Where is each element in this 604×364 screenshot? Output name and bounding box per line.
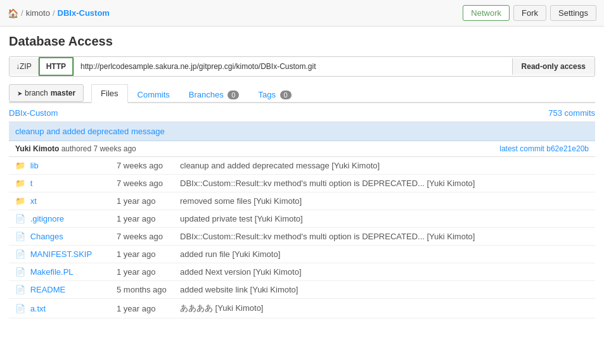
file-icon: 📄: [15, 285, 25, 294]
file-name-link[interactable]: a.txt: [30, 304, 46, 313]
http-button[interactable]: HTTP: [39, 57, 74, 76]
tags-badge: 0: [280, 91, 292, 99]
author-info: Yuki Kimoto authored 7 weeks ago: [15, 144, 136, 153]
file-time: 1 year ago: [110, 210, 174, 228]
tab-files[interactable]: Files: [91, 84, 127, 103]
authored-text: authored: [61, 144, 94, 153]
breadcrumb: 🏠 / kimoto / DBIx-Custom: [8, 8, 110, 18]
page-content: Database Access ↓ZIP HTTP http://perlcod…: [0, 27, 604, 326]
branch-prefix: branch: [25, 89, 48, 97]
author-bar: Yuki Kimoto authored 7 weeks ago latest …: [9, 141, 595, 157]
file-time: 1 year ago: [110, 192, 174, 210]
tabs: Files Commits Branches 0 Tags 0: [91, 84, 301, 102]
file-name-link[interactable]: t: [30, 179, 33, 188]
commit-hash-link[interactable]: latest commit b62e21e20b: [499, 144, 589, 153]
file-message: updated private test [Yuki Kimoto]: [174, 210, 595, 228]
branch-button[interactable]: ➤ branch master: [9, 84, 84, 102]
commits-count-link[interactable]: 753 commits: [548, 108, 595, 118]
repo-url: http://perlcodesample.sakura.ne.jp/gitpr…: [74, 58, 512, 75]
latest-commit-bar: cleanup and added deprecated message: [9, 122, 595, 141]
file-message: ああああ [Yuki Kimoto]: [174, 299, 595, 318]
file-name-cell: 📄 Makefile.PL: [9, 263, 110, 281]
file-time: 7 weeks ago: [110, 175, 174, 192]
commit-time: 7 weeks ago: [93, 144, 136, 153]
page-title: Database Access: [9, 34, 595, 49]
file-time: 1 year ago: [110, 246, 174, 263]
file-message: cleanup and added deprecated message [Yu…: [174, 157, 595, 175]
file-name-cell: 📄 Changes: [9, 228, 110, 246]
file-time: 1 year ago: [110, 299, 174, 318]
table-row: 📄 .gitignore 1 year ago updated private …: [9, 210, 595, 228]
file-message: DBIx::Custom::Result::kv method's multi …: [174, 175, 595, 192]
table-row: 📁 xt 1 year ago removed some files [Yuki…: [9, 192, 595, 210]
file-table: 📁 lib 7 weeks ago cleanup and added depr…: [9, 157, 595, 318]
file-message: added run file [Yuki Kimoto]: [174, 246, 595, 263]
network-button[interactable]: Network: [463, 5, 510, 21]
table-row: 📄 README 5 months ago added website link…: [9, 281, 595, 299]
commit-hash: b62e21e20b: [546, 144, 589, 153]
file-name-cell: 📁 lib: [9, 157, 110, 175]
file-name-link[interactable]: Makefile.PL: [30, 267, 74, 277]
table-row: 📄 MANIFEST.SKIP 1 year ago added run fil…: [9, 246, 595, 263]
file-name-link[interactable]: xt: [30, 196, 37, 206]
hash-label: latest commit: [499, 144, 544, 153]
table-row: 📄 Makefile.PL 1 year ago added Next vers…: [9, 263, 595, 281]
file-time: 7 weeks ago: [110, 157, 174, 175]
file-message: added Next version [Yuki Kimoto]: [174, 263, 595, 281]
file-time: 7 weeks ago: [110, 228, 174, 246]
file-icon: 📄: [15, 304, 25, 313]
breadcrumb-sep2: /: [53, 8, 55, 18]
file-name-cell: 📄 .gitignore: [9, 210, 110, 228]
home-icon: 🏠: [8, 8, 18, 18]
top-bar: 🏠 / kimoto / DBIx-Custom Network Fork Se…: [0, 0, 604, 27]
file-time: 5 months ago: [110, 281, 174, 299]
user-link[interactable]: kimoto: [26, 8, 50, 18]
repo-info-bar: DBIx-Custom 753 commits: [9, 104, 595, 122]
file-icon: 📄: [15, 267, 25, 277]
file-name-link[interactable]: README: [30, 285, 66, 294]
tags-label: Tags: [258, 90, 275, 99]
http-row: ↓ZIP HTTP http://perlcodesample.sakura.n…: [9, 56, 595, 77]
file-icon: 📄: [15, 214, 25, 223]
repo-link[interactable]: DBIx-Custom: [58, 8, 110, 18]
repo-name-link[interactable]: DBIx-Custom: [9, 108, 58, 118]
tab-commits[interactable]: Commits: [128, 85, 179, 103]
branch-tabs-row: ➤ branch master Files Commits Branches 0…: [9, 84, 595, 103]
file-name-cell: 📄 a.txt: [9, 299, 110, 318]
tab-tags[interactable]: Tags 0: [248, 85, 300, 103]
file-name-cell: 📄 README: [9, 281, 110, 299]
folder-icon: 📁: [15, 196, 25, 206]
file-message: added website link [Yuki Kimoto]: [174, 281, 595, 299]
zip-button[interactable]: ↓ZIP: [10, 58, 39, 75]
table-row: 📁 t 7 weeks ago DBIx::Custom::Result::kv…: [9, 175, 595, 192]
file-name-link[interactable]: lib: [30, 161, 39, 170]
branches-label: Branches: [189, 90, 224, 99]
tab-branches[interactable]: Branches 0: [179, 85, 249, 103]
file-message: removed some files [Yuki Kimoto]: [174, 192, 595, 210]
readonly-label: Read-only access: [512, 58, 594, 75]
file-icon: 📄: [15, 232, 25, 241]
folder-icon: 📁: [15, 179, 25, 188]
table-row: 📄 Changes 7 weeks ago DBIx::Custom::Resu…: [9, 228, 595, 246]
author-name: Yuki Kimoto: [15, 144, 59, 153]
table-row: 📁 lib 7 weeks ago cleanup and added depr…: [9, 157, 595, 175]
branch-name: master: [51, 89, 75, 97]
settings-button[interactable]: Settings: [550, 5, 596, 21]
file-time: 1 year ago: [110, 263, 174, 281]
file-name-link[interactable]: Changes: [30, 232, 63, 241]
file-name-link[interactable]: .gitignore: [30, 214, 64, 223]
latest-commit-message[interactable]: cleanup and added deprecated message: [15, 127, 165, 136]
fork-button[interactable]: Fork: [513, 5, 546, 21]
file-name-cell: 📁 xt: [9, 192, 110, 210]
branches-badge: 0: [228, 91, 239, 99]
file-name-cell: 📄 MANIFEST.SKIP: [9, 246, 110, 263]
file-name-cell: 📁 t: [9, 175, 110, 192]
file-message: DBIx::Custom::Result::kv method's multi …: [174, 228, 595, 246]
file-icon: 📄: [15, 249, 25, 259]
file-name-link[interactable]: MANIFEST.SKIP: [30, 249, 93, 259]
branch-arrow-icon: ➤: [17, 90, 22, 97]
folder-icon: 📁: [15, 161, 25, 170]
table-row: 📄 a.txt 1 year ago ああああ [Yuki Kimoto]: [9, 299, 595, 318]
breadcrumb-sep: /: [21, 8, 23, 18]
top-bar-buttons: Network Fork Settings: [463, 5, 596, 21]
